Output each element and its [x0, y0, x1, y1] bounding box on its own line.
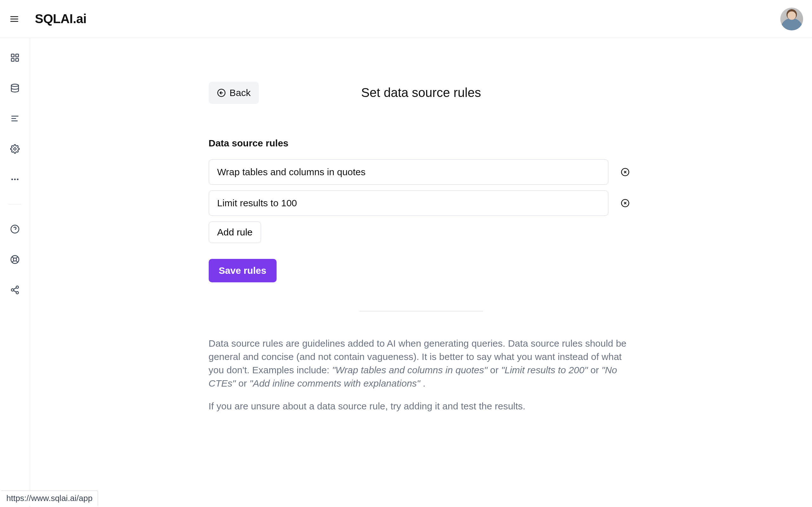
help-or: or — [490, 365, 501, 375]
header-left: SQLAI.ai — [6, 11, 87, 27]
main: Back Set data source rules Data source r… — [30, 38, 812, 507]
status-url: https://www.sqlai.ai/app — [1, 491, 98, 506]
list-icon — [10, 114, 20, 123]
avatar[interactable] — [780, 8, 803, 31]
add-rule-button[interactable]: Add rule — [209, 222, 261, 243]
back-button[interactable]: Back — [209, 82, 259, 104]
title-row: Back Set data source rules — [209, 86, 634, 100]
help-example-1: "Wrap tables and columns in quotes" — [332, 365, 488, 375]
dashboard-icon — [10, 53, 20, 62]
share-icon — [10, 285, 20, 295]
help-example-2: "Limit results to 200" — [501, 365, 588, 375]
content: Back Set data source rules Data source r… — [209, 38, 634, 441]
rule-row — [209, 190, 634, 216]
help-paragraph-1: Data source rules are guidelines added t… — [209, 337, 634, 390]
database-icon — [10, 83, 20, 93]
svg-point-18 — [13, 258, 16, 261]
help-icon — [10, 224, 20, 234]
svg-line-26 — [14, 291, 16, 292]
remove-rule-button[interactable] — [620, 167, 630, 177]
svg-rect-4 — [16, 54, 19, 57]
sidebar-item-help[interactable] — [7, 222, 22, 237]
dots-icon — [10, 175, 20, 184]
svg-line-22 — [12, 261, 14, 262]
help-or: or — [590, 365, 601, 375]
page-title: Set data source rules — [361, 86, 481, 100]
svg-point-7 — [11, 84, 19, 87]
rule-input[interactable] — [209, 159, 608, 185]
svg-rect-6 — [16, 59, 19, 61]
sidebar-divider — [9, 204, 21, 205]
svg-point-11 — [14, 148, 16, 150]
save-rules-button[interactable]: Save rules — [209, 259, 276, 282]
back-button-label: Back — [230, 88, 251, 98]
help-or: or — [239, 378, 250, 389]
svg-point-23 — [16, 286, 19, 289]
header: SQLAI.ai — [0, 0, 812, 38]
svg-line-19 — [12, 257, 14, 258]
sidebar — [0, 38, 30, 507]
sidebar-item-list[interactable] — [7, 111, 22, 126]
sidebar-item-settings[interactable] — [7, 141, 22, 157]
close-circle-icon — [621, 168, 629, 176]
menu-button[interactable] — [6, 11, 22, 27]
sidebar-item-database[interactable] — [7, 80, 22, 96]
divider — [359, 311, 483, 312]
sidebar-item-share[interactable] — [7, 282, 22, 297]
svg-point-13 — [14, 179, 16, 180]
svg-rect-5 — [11, 59, 14, 61]
remove-rule-button[interactable] — [620, 199, 630, 208]
rules-container — [209, 159, 634, 216]
help-example-4: "Add inline comments with explanations" — [250, 378, 420, 389]
sidebar-item-support[interactable] — [7, 252, 22, 267]
section-label: Data source rules — [209, 138, 634, 149]
svg-rect-3 — [11, 54, 14, 57]
back-arrow-icon — [217, 89, 226, 97]
help-text-fragment: . — [423, 378, 425, 389]
svg-line-21 — [16, 257, 18, 258]
svg-point-12 — [11, 179, 13, 180]
svg-point-25 — [16, 291, 19, 294]
sidebar-item-more[interactable] — [7, 172, 22, 187]
lifebuoy-icon — [10, 255, 20, 264]
help-paragraph-2: If you are unsure about a data source ru… — [209, 400, 634, 413]
rule-input[interactable] — [209, 190, 608, 216]
svg-point-24 — [11, 289, 14, 291]
gear-icon — [10, 144, 20, 154]
sidebar-item-dashboard[interactable] — [7, 50, 22, 65]
svg-line-27 — [14, 288, 16, 289]
logo[interactable]: SQLAI.ai — [35, 12, 87, 26]
svg-line-20 — [16, 261, 18, 262]
rule-row — [209, 159, 634, 185]
close-circle-icon — [621, 199, 629, 208]
hamburger-icon — [9, 14, 19, 24]
svg-point-14 — [17, 179, 18, 180]
